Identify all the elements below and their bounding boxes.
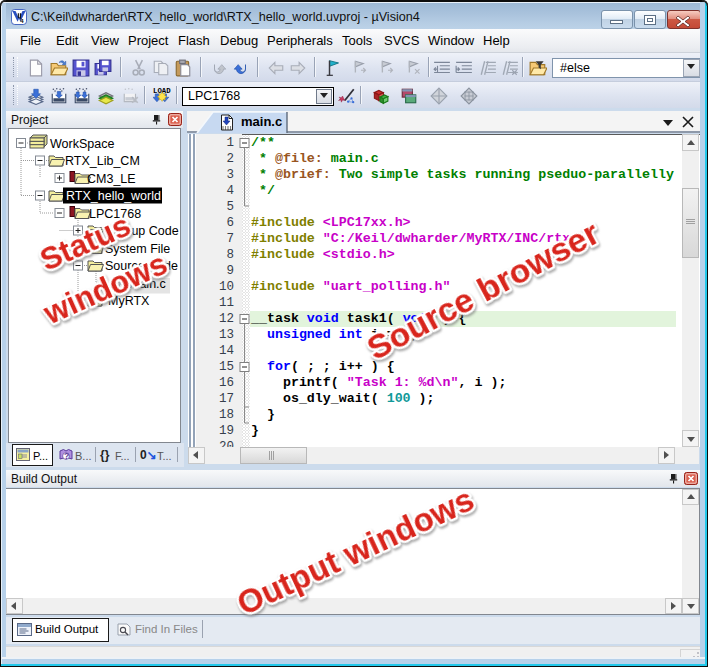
svg-text:CM3_LE: CM3_LE <box>87 172 136 186</box>
svg-text:RTX_Lib_CM: RTX_Lib_CM <box>65 154 140 168</box>
svg-text:LPC1768: LPC1768 <box>89 207 141 221</box>
svg-text:WorkSpace: WorkSpace <box>50 137 114 151</box>
svg-text:main.c: main.c <box>129 277 166 291</box>
svg-text:MyRTX: MyRTX <box>108 294 150 308</box>
svg-text:RTX_hello_world: RTX_hello_world <box>66 189 161 203</box>
svg-text:System File: System File <box>105 242 170 256</box>
svg-text:4: 4 <box>20 17 24 24</box>
svg-text:?: ? <box>64 451 69 461</box>
svg-text:Source Code: Source Code <box>105 259 178 273</box>
svg-text:Startup Code: Startup Code <box>105 224 179 238</box>
